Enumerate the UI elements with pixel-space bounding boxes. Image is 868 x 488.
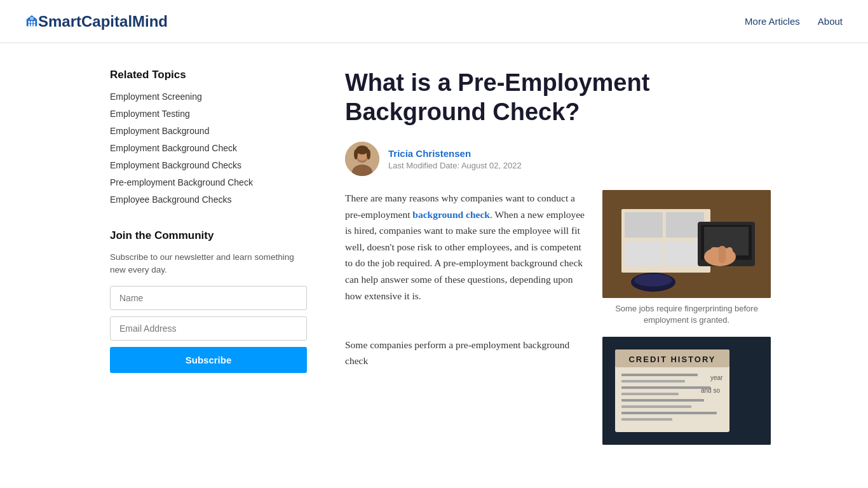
logo-text: SmartCapitalMind [38,13,168,30]
image-1-caption: Some jobs require fingerprinting before … [602,303,771,326]
svg-rect-38 [621,393,679,395]
join-description: Subscribe to our newsletter and learn so… [110,251,307,277]
svg-text:and so: and so [701,387,720,394]
related-links-list: Employment Screening Employment Testing … [110,90,307,207]
svg-rect-1 [29,21,31,24]
svg-point-15 [367,149,370,159]
author-name: Tricia Christensen [388,148,522,159]
list-item: Employment Testing [110,107,307,121]
nav-about[interactable]: About [818,16,843,27]
svg-rect-18 [625,212,663,238]
join-community-section: Join the Community Subscribe to our news… [110,229,307,373]
related-link-employee-background-checks[interactable]: Employee Background Checks [110,194,231,205]
author-info: Tricia Christensen Last Modified Date: A… [388,148,522,170]
article-body: There are many reasons why companies wan… [345,190,771,444]
related-link-employment-background-check[interactable]: Employment Background Check [110,143,237,153]
join-community-heading: Join the Community [110,229,307,242]
svg-text:year: year [710,374,723,381]
svg-text:CREDIT HISTORY: CREDIT HISTORY [628,355,715,364]
svg-rect-2 [31,21,33,24]
article-title: What is a Pre-Employment Background Chec… [345,69,771,126]
name-field[interactable] [110,286,307,310]
list-item: Employment Screening [110,90,307,104]
email-field[interactable] [110,316,307,341]
svg-rect-8 [30,17,33,20]
list-item: Employment Background Check [110,142,307,155]
body-text-1: There are many reasons why companies wan… [345,190,590,326]
svg-rect-26 [710,247,718,263]
main-content: What is a Pre-Employment Background Chec… [345,69,771,455]
list-item: Employment Background [110,125,307,138]
site-logo[interactable]: SmartCapitalMind [25,11,168,31]
sidebar: Related Topics Employment Screening Empl… [110,69,307,455]
related-link-employment-background[interactable]: Employment Background [110,126,209,136]
svg-rect-41 [621,412,717,414]
related-topics-heading: Related Topics [110,69,307,81]
related-link-employment-testing[interactable]: Employment Testing [110,109,190,119]
author-avatar [345,142,379,176]
related-link-employment-screening[interactable]: Employment Screening [110,92,202,102]
credit-history-image: CREDIT HISTORY year an [602,337,771,445]
page-container: Related Topics Employment Screening Empl… [85,43,783,480]
avatar-image [345,142,379,176]
body-text-2: Some companies perform a pre-employment … [345,337,590,445]
nav-more-articles[interactable]: More Articles [745,16,800,27]
author-date: Last Modified Date: August 02, 2022 [388,161,522,170]
article-image-2-block: CREDIT HISTORY year an [602,337,771,445]
svg-rect-6 [34,24,36,27]
list-item: Employment Background Checks [110,159,307,172]
svg-rect-40 [621,405,691,408]
list-item: Pre-employment Background Check [110,176,307,189]
svg-rect-5 [31,24,33,27]
subscribe-button[interactable]: Subscribe [110,347,307,373]
author-row: Tricia Christensen Last Modified Date: A… [345,142,771,176]
site-header: SmartCapitalMind More Articles About [0,0,868,43]
svg-point-14 [354,149,358,159]
fingerprinting-image [602,190,771,298]
list-item: Employee Background Checks [110,193,307,207]
main-nav: More Articles About [745,16,843,27]
svg-rect-39 [621,399,704,402]
credit-scene-svg: CREDIT HISTORY year an [602,337,771,445]
body-section-1: There are many reasons why companies wan… [345,190,771,326]
svg-rect-36 [621,380,685,383]
svg-rect-42 [621,418,672,421]
body-section-2: Some companies perform a pre-employment … [345,337,771,445]
svg-rect-37 [621,386,710,389]
related-topics-section: Related Topics Employment Screening Empl… [110,69,307,207]
svg-point-13 [356,146,369,154]
svg-rect-4 [29,24,31,27]
article-image-1-block: Some jobs require fingerprinting before … [602,190,771,326]
svg-rect-28 [726,247,733,262]
svg-rect-3 [34,21,36,24]
fingerprinting-scene-svg [602,190,771,298]
svg-point-30 [634,274,672,287]
logo-building-icon [25,15,38,27]
related-link-employment-background-checks[interactable]: Employment Background Checks [110,160,241,170]
svg-rect-27 [719,246,726,263]
svg-rect-20 [625,241,663,266]
svg-rect-35 [621,374,698,376]
background-check-link[interactable]: background check [412,209,490,220]
related-link-pre-employment-background-check[interactable]: Pre-employment Background Check [110,177,253,187]
